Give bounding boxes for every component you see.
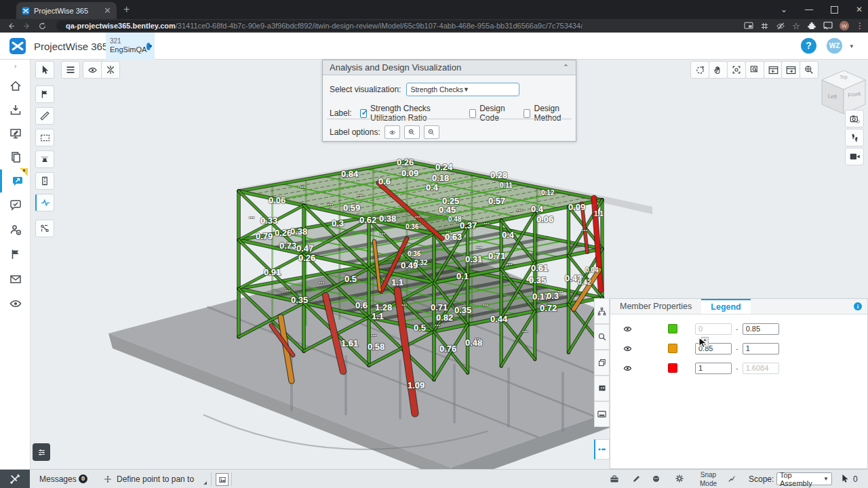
view-cube[interactable]: Top Left Front [816, 62, 868, 115]
walk-mode-button[interactable] [845, 129, 864, 146]
view-menu-button[interactable] [61, 61, 80, 79]
import-tray-icon [9, 103, 22, 117]
markup-flag-button[interactable] [35, 85, 54, 103]
tools-button[interactable] [0, 470, 30, 488]
utilization-label: 0.18 [432, 173, 449, 183]
snap-icon[interactable] [727, 474, 736, 484]
properties-panel-button-active[interactable] [594, 439, 610, 460]
hand-icon [713, 64, 724, 75]
sidebar-expand-button[interactable]: › [0, 60, 31, 72]
label-options-row: Label options: [330, 125, 439, 139]
sidebar-item-contacts[interactable] [0, 218, 31, 241]
label-zoom-out-button[interactable] [424, 125, 439, 139]
views-panel-button[interactable] [594, 401, 610, 427]
sidebar-item-mail[interactable] [0, 268, 31, 291]
footsteps-icon [850, 132, 860, 143]
sidebar-item-issues[interactable] [0, 243, 31, 266]
clip-volume-button[interactable] [35, 172, 54, 190]
tab-legend[interactable]: Legend [701, 299, 750, 314]
snap-mode-label[interactable]: SnapMode [700, 470, 717, 488]
row-visibility-eye-icon[interactable] [623, 344, 633, 353]
row-visibility-eye-icon[interactable] [623, 364, 633, 373]
toolbox-icon[interactable] [609, 474, 620, 485]
issues-button[interactable] [594, 375, 610, 401]
tab-member-properties[interactable]: Member Properties [610, 299, 701, 314]
select-visualization-label: Select visualization: [330, 85, 401, 94]
hide-tool-button[interactable] [83, 61, 102, 79]
label-label: Label: [330, 108, 352, 118]
label-zoom-in-button[interactable] [404, 125, 420, 139]
legend-max-input[interactable] [743, 343, 779, 354]
sidebar-item-import[interactable] [0, 98, 31, 121]
fit-view-button[interactable] [727, 61, 746, 79]
search-icon [597, 332, 607, 342]
search-button[interactable] [594, 324, 610, 350]
legend-max-input[interactable] [743, 323, 779, 335]
selection-cursor-icon [841, 474, 850, 484]
legend-min-input[interactable] [695, 323, 732, 335]
sidebar-item-design-review[interactable] [0, 122, 31, 145]
pencil-icon[interactable] [631, 474, 642, 484]
messages-label[interactable]: Messages [39, 474, 77, 484]
sidebar-item-documents[interactable] [0, 146, 31, 169]
row-visibility-eye-icon[interactable] [623, 325, 633, 333]
utilization-label: 1.1 [372, 311, 384, 321]
section-box-button[interactable] [35, 129, 54, 146]
render-settings-button[interactable] [845, 110, 864, 127]
eye-icon [9, 297, 22, 310]
paint-sphere-icon[interactable] [651, 474, 661, 484]
snapshot-button[interactable] [216, 473, 229, 486]
analysis-visualization-panel: Analysis and Design Visualization ⌃ Sele… [322, 60, 576, 142]
sidebar-item-approvals[interactable] [0, 193, 31, 216]
dropdown-value: Strength Checks Utilization Ratio [410, 85, 463, 94]
label-checkbox-text-1: Design Code [479, 104, 515, 123]
viewport-tools-button[interactable] [33, 443, 50, 461]
eye-icon [87, 65, 98, 75]
label-checkbox-0[interactable] [360, 109, 367, 118]
prompt-flyout-triangle[interactable] [203, 481, 207, 485]
legend-min-input[interactable] [695, 363, 732, 374]
utilization-label: 0.4 [426, 182, 439, 192]
magnifier-minus-icon [427, 128, 435, 136]
pan-button[interactable] [709, 61, 728, 79]
label-checkbox-1[interactable] [469, 109, 476, 118]
model-tree-button[interactable] [594, 298, 610, 324]
left-sidebar: › [0, 60, 31, 469]
sidebar-item-share-active[interactable] [0, 169, 33, 192]
connector-tool-button[interactable] [35, 220, 54, 237]
label-visibility-button[interactable] [384, 125, 400, 139]
sidebar-item-home[interactable] [0, 75, 31, 98]
utilization-label: 0.42 [578, 279, 591, 286]
panel-header[interactable]: Analysis and Design Visualization ⌃ [323, 60, 576, 75]
select-tool-button[interactable] [35, 61, 54, 79]
section-plane-button[interactable] [35, 150, 54, 168]
visualization-dropdown[interactable]: Strength Checks Utilization Ratio ▼ [406, 83, 519, 96]
utilization-label: 0.26 [298, 253, 315, 263]
analysis-tool-button-active[interactable] [35, 194, 54, 211]
legend-row-2: - [610, 360, 867, 376]
previous-view-button[interactable] [764, 61, 783, 79]
panel-tabs: Member Properties Legend i [610, 299, 867, 314]
label-checkbox-2[interactable] [524, 109, 530, 118]
scope-select[interactable]: Top Assembly ▼ [776, 472, 832, 485]
info-icon[interactable]: i [854, 302, 862, 310]
measure-button[interactable] [35, 107, 54, 125]
orbit-button[interactable] [690, 61, 709, 79]
utilization-label: 0.28 [490, 170, 507, 180]
pulse-icon [39, 197, 52, 208]
layers-button[interactable] [594, 350, 610, 375]
saved-views-button[interactable] [845, 148, 864, 165]
magnifier-plus-icon [408, 128, 416, 136]
scope-label: Scope: [749, 474, 774, 484]
sliders-icon [37, 447, 47, 458]
legend-max-input[interactable] [743, 363, 779, 374]
isolate-tool-button[interactable] [101, 61, 120, 79]
tool-prompt: Define point to pan to [117, 474, 194, 484]
gear-icon[interactable] [674, 473, 685, 484]
sidebar-item-views[interactable] [0, 292, 31, 315]
utilization-label: 0.73 [279, 241, 296, 251]
zoom-more-button[interactable] [800, 61, 818, 79]
next-view-button[interactable] [781, 61, 800, 79]
collapse-chevron-icon[interactable]: ⌃ [563, 63, 569, 72]
zoom-window-button[interactable] [745, 61, 764, 79]
